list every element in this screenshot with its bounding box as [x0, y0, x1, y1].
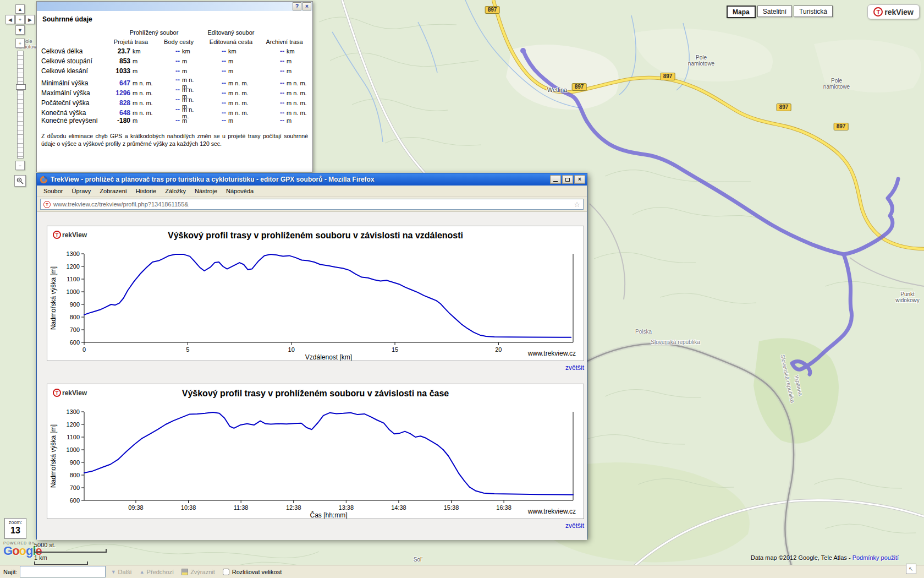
map-type-turisticka[interactable]: Turistická	[794, 6, 833, 17]
summary-value: 23.7km	[106, 47, 156, 55]
summary-value: 853m	[106, 57, 156, 65]
svg-text:10: 10	[288, 346, 295, 353]
summary-row-label: Konečné převýšení	[41, 117, 106, 124]
highlight-label: Zvýraznit	[190, 569, 215, 575]
zoom-value: 13	[5, 526, 26, 535]
summary-group-header-row: Prohlížený soubor Editovaný soubor	[41, 28, 308, 37]
find-next-button[interactable]: ▼ Další	[111, 569, 132, 575]
summary-titlebar[interactable]: ? ×	[37, 2, 312, 11]
minus-icon: −	[19, 163, 21, 168]
summary-row-label: Celkové klesání	[41, 67, 106, 75]
svg-text:11:38: 11:38	[234, 504, 249, 511]
zoom-area-button[interactable]	[14, 175, 26, 187]
find-input[interactable]	[20, 566, 106, 577]
match-case-label: Rozlišovat velikost	[232, 569, 282, 575]
summary-row: Počáteční výška828m n. m.--m n. m.--m n.…	[41, 96, 308, 106]
menu-nápověda[interactable]: Nápověda	[222, 188, 258, 194]
menu-nástroje[interactable]: Nástroje	[190, 188, 222, 194]
zoom-slider[interactable]	[17, 51, 24, 159]
chart-title-time: Výškový profil trasy v prohlíženém soubo…	[108, 389, 523, 399]
minimize-button[interactable]	[550, 175, 561, 184]
trekview-chart-logo: T rekView	[53, 231, 87, 239]
summary-row-label: Minimální výška	[41, 79, 106, 87]
pan-center-button[interactable]: +	[15, 15, 25, 24]
svg-text:700: 700	[70, 484, 80, 491]
summary-value: --m	[156, 57, 202, 65]
summary-value: --m n. m.	[260, 99, 309, 107]
terms-link[interactable]: Podmínky použití	[853, 554, 899, 561]
summary-value: --m	[260, 67, 309, 75]
svg-text:12:38: 12:38	[286, 504, 301, 511]
zoom-slider-handle[interactable]	[16, 84, 26, 90]
menu-úpravy[interactable]: Úpravy	[67, 188, 95, 194]
match-case-option: Rozlišovat velikost	[223, 569, 282, 575]
summary-value: 1296m n. m.	[106, 89, 156, 97]
summary-value: --m n. m.	[260, 79, 309, 87]
corner-button[interactable]: ↖	[906, 564, 916, 574]
match-case-checkbox[interactable]	[223, 569, 229, 575]
summary-table: Prohlížený soubor Editovaný soubor Proje…	[37, 28, 312, 126]
map-type-mapa[interactable]: Mapa	[727, 6, 756, 18]
summary-value: 648m n. m.	[106, 109, 156, 117]
map-scale: 5000 st. 1 km	[34, 542, 107, 567]
summary-row: Konečná výška648m n. m.--m n. m.--m n. m…	[41, 106, 308, 116]
svg-text:900: 900	[70, 459, 80, 466]
svg-text:1200: 1200	[67, 421, 80, 428]
pan-down-button[interactable]: ▼	[15, 25, 25, 35]
page-content: T rekView Výškový profil trasy v prohlíž…	[37, 212, 587, 540]
arrow-up-icon: ▲	[18, 7, 23, 12]
address-bar: T www.trekview.cz/trekview/profil.php?13…	[37, 197, 587, 212]
pan-left-button[interactable]: ◀	[6, 15, 15, 24]
map-type-satelitni[interactable]: Satelitní	[757, 6, 792, 17]
summary-value: --m	[202, 57, 260, 65]
pan-up-button[interactable]: ▲	[15, 4, 25, 14]
enlarge-link-distance[interactable]: zvětšit	[47, 364, 584, 372]
menu-soubor[interactable]: Soubor	[39, 188, 67, 194]
window-close-button[interactable]: ×	[574, 175, 585, 184]
summary-title: Souhrnné údaje	[42, 15, 312, 23]
trekview-logo-text: rekView	[884, 8, 914, 17]
plus-icon: +	[19, 41, 21, 46]
svg-text:20: 20	[495, 346, 502, 353]
scale-steps-label: 5000 st.	[34, 542, 107, 548]
svg-text:16:38: 16:38	[496, 504, 512, 511]
summary-row-label: Konečná výška	[41, 109, 106, 117]
menu-historie[interactable]: Historie	[131, 188, 161, 194]
firefox-popup-window: TrekView - prohlížeč a plánovač tras pro…	[36, 173, 587, 539]
url-field[interactable]: T www.trekview.cz/trekview/profil.php?13…	[40, 199, 584, 210]
maximize-button[interactable]	[562, 175, 573, 184]
chart-title-distance: Výškový profil trasy v prohlíženém soubo…	[108, 231, 523, 241]
chart-site-url: www.trekview.cz	[528, 508, 576, 515]
summary-value: --km	[260, 47, 309, 55]
bookmark-star-icon[interactable]: ☆	[574, 200, 580, 209]
window-titlebar[interactable]: TrekView - prohlížeč a plánovač tras pro…	[37, 173, 587, 186]
svg-text:09:38: 09:38	[128, 504, 144, 511]
summary-value: --km	[202, 47, 260, 55]
trekview-logo-icon: T	[53, 389, 61, 397]
menu-záložky[interactable]: Záložky	[161, 188, 190, 194]
highlight-all-button[interactable]: Zvýraznit	[182, 569, 215, 575]
summary-value: --m n. m.	[202, 109, 260, 117]
summary-value: -180m	[106, 117, 156, 124]
svg-text:13:38: 13:38	[339, 504, 354, 511]
svg-text:Nadmořská výška [m]: Nadmořská výška [m]	[50, 424, 57, 488]
find-next-label: Další	[118, 569, 132, 575]
find-previous-button[interactable]: ▲ Předchozí	[140, 569, 174, 575]
summary-value: 647m n. m.	[106, 79, 156, 87]
svg-text:1300: 1300	[67, 408, 80, 415]
zoom-in-button[interactable]: +	[15, 39, 25, 48]
svg-text:800: 800	[70, 472, 80, 478]
enlarge-link-time[interactable]: zvětšit	[47, 522, 584, 530]
arrow-up-icon: ▲	[140, 569, 145, 575]
zoom-out-button[interactable]: −	[15, 161, 25, 170]
help-button[interactable]: ?	[293, 2, 301, 10]
menu-zobrazení[interactable]: Zobrazení	[95, 188, 131, 194]
pan-right-button[interactable]: ▶	[25, 15, 35, 24]
trekview-map-logo[interactable]: T rekView	[867, 4, 920, 19]
close-button[interactable]: ×	[302, 2, 311, 10]
svg-text:1100: 1100	[67, 434, 80, 440]
trekview-logo-icon: T	[873, 7, 883, 17]
trekview-logo-icon: T	[53, 231, 61, 239]
col-header-ridden-track: Projetá trasa	[106, 39, 156, 45]
find-label: Najít:	[3, 569, 18, 575]
